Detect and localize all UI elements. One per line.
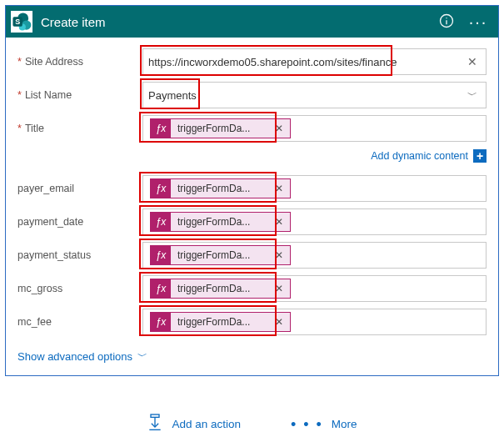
site-address-value: https://incworxdemo05.sharepoint.com/sit… <box>148 56 464 68</box>
site-address-input[interactable]: https://incworxdemo05.sharepoint.com/sit… <box>142 48 487 75</box>
token-label: triggerFormDa... <box>171 249 268 261</box>
expression-token[interactable]: ƒx triggerFormDa... ✕ <box>150 245 291 265</box>
mc-fee-input[interactable]: ƒx triggerFormDa... ✕ <box>142 309 487 335</box>
create-item-card: S Create item ··· *Site Address https://… <box>5 5 499 376</box>
label-payment-status: payment_status <box>17 249 134 261</box>
token-label: triggerFormDa... <box>171 216 268 228</box>
expression-token[interactable]: ƒx triggerFormDa... ✕ <box>150 279 291 299</box>
row-list-name: *List Name Payments ﹀ <box>17 81 487 109</box>
payment-status-input[interactable]: ƒx triggerFormDa... ✕ <box>142 242 487 269</box>
list-name-select[interactable]: Payments ﹀ <box>142 82 487 108</box>
title-input[interactable]: ƒx triggerFormDa... ✕ <box>142 115 487 142</box>
token-label: triggerFormDa... <box>171 283 268 294</box>
row-payment-date: payment_date ƒx triggerFormDa... ✕ <box>17 208 487 236</box>
fx-icon: ƒx <box>151 179 171 198</box>
add-action-icon <box>147 413 163 432</box>
fx-icon: ƒx <box>151 313 171 331</box>
expression-token[interactable]: ƒx triggerFormDa... ✕ <box>150 312 291 332</box>
more-icon[interactable]: ··· <box>467 13 490 30</box>
expression-token[interactable]: ƒx triggerFormDa... ✕ <box>150 178 291 198</box>
label-mc-gross: mc_gross <box>17 283 134 294</box>
remove-token-icon[interactable]: ✕ <box>268 183 290 194</box>
token-label: triggerFormDa... <box>171 123 268 134</box>
card-title: Create item <box>41 15 427 29</box>
mc-gross-input[interactable]: ƒx triggerFormDa... ✕ <box>142 275 487 302</box>
remove-token-icon[interactable]: ✕ <box>268 283 290 294</box>
fx-icon: ƒx <box>151 119 171 138</box>
card-header: S Create item ··· <box>6 6 498 38</box>
label-site-address: *Site Address <box>17 56 134 68</box>
payment-date-input[interactable]: ƒx triggerFormDa... ✕ <box>142 208 487 235</box>
add-action-button[interactable]: Add an action <box>147 413 241 432</box>
remove-token-icon[interactable]: ✕ <box>268 216 290 228</box>
row-title: *Title ƒx triggerFormDa... ✕ <box>17 114 487 143</box>
row-payer-email: payer_email ƒx triggerFormDa... ✕ <box>17 174 487 203</box>
expression-token[interactable]: ƒx triggerFormDa... ✕ <box>150 118 291 138</box>
card-body: *Site Address https://incworxdemo05.shar… <box>6 38 498 375</box>
remove-token-icon[interactable]: ✕ <box>268 316 290 328</box>
fx-icon: ƒx <box>151 246 171 264</box>
add-dynamic-content-link[interactable]: Add dynamic content + <box>17 149 487 163</box>
row-mc-gross: mc_gross ƒx triggerFormDa... ✕ <box>17 274 487 303</box>
advanced-label: Show advanced options <box>17 350 132 363</box>
fx-icon: ƒx <box>151 213 171 231</box>
row-payment-status: payment_status ƒx triggerFormDa... ✕ <box>17 241 487 269</box>
label-list-name: *List Name <box>17 89 134 101</box>
clear-site-address-icon[interactable]: ✕ <box>464 55 481 68</box>
expression-token[interactable]: ƒx triggerFormDa... ✕ <box>150 212 291 232</box>
show-advanced-options[interactable]: Show advanced options ﹀ <box>17 349 147 364</box>
remove-token-icon[interactable]: ✕ <box>268 123 290 134</box>
more-button[interactable]: • • • More <box>291 417 357 432</box>
chevron-down-icon[interactable]: ﹀ <box>464 88 481 103</box>
row-site-address: *Site Address https://incworxdemo05.shar… <box>17 48 487 76</box>
more-icon: • • • <box>291 417 323 432</box>
fx-icon: ƒx <box>151 279 171 298</box>
label-payer-email: payer_email <box>17 183 134 194</box>
info-icon[interactable] <box>435 13 458 32</box>
label-title: *Title <box>17 123 134 134</box>
list-name-value: Payments <box>148 89 464 102</box>
sharepoint-icon: S <box>11 11 32 33</box>
footer-actions: Add an action • • • More <box>5 413 499 432</box>
token-label: triggerFormDa... <box>171 316 268 328</box>
row-mc-fee: mc_fee ƒx triggerFormDa... ✕ <box>17 308 487 336</box>
svg-point-6 <box>446 18 447 18</box>
more-label: More <box>332 418 357 430</box>
payer-email-input[interactable]: ƒx triggerFormDa... ✕ <box>142 175 487 202</box>
dynamic-content-label: Add dynamic content <box>371 150 468 162</box>
svg-rect-8 <box>151 414 159 417</box>
label-payment-date: payment_date <box>17 216 134 228</box>
plus-icon: + <box>473 149 487 163</box>
chevron-down-icon: ﹀ <box>137 349 147 364</box>
label-mc-fee: mc_fee <box>17 316 134 328</box>
svg-text:S: S <box>15 18 20 26</box>
remove-token-icon[interactable]: ✕ <box>268 249 290 261</box>
token-label: triggerFormDa... <box>171 183 268 194</box>
add-action-label: Add an action <box>172 418 241 430</box>
